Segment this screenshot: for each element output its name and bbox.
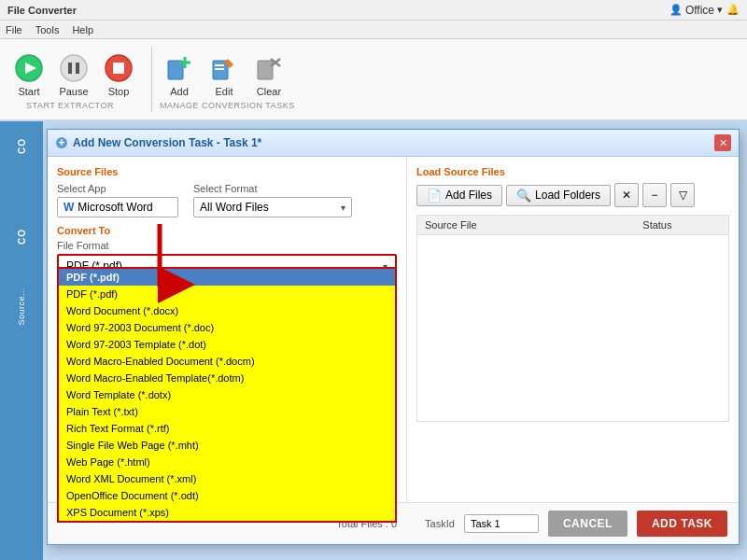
section2-label: MANAGE CONVERSION TASKS [160,101,295,110]
dropdown-option-0[interactable]: PDF (*.pdf) [59,269,395,286]
svg-rect-14 [258,61,273,79]
add-files-label: Add Files [445,189,492,202]
dropdown-option-9[interactable]: Rich Text Format (*.rtf) [59,420,395,437]
stop-label: Stop [108,86,130,97]
menu-tools[interactable]: Tools [35,24,60,35]
task-id-label: TaskId [425,518,455,529]
format-select-box[interactable]: All Word Files ▾ [193,197,352,217]
select-format-sublabel: Select Format [193,183,352,194]
select-app-sublabel: Select App [57,183,178,194]
remove-file-button[interactable]: ✕ [614,183,639,207]
files-table-body [417,235,729,422]
dropdown-options-list: PDF (*.pdf) PDF (*.pdf) Word Document (*… [57,267,397,523]
task-id-input[interactable] [464,514,539,533]
status-col-header: Status [635,216,728,235]
sidebar-source-label: Source... [15,282,28,331]
load-folders-icon: 🔍 [516,189,531,203]
svg-rect-3 [68,63,72,74]
add-label: Add [170,86,189,97]
dropdown-option-13[interactable]: OpenOffice Document (*.odt) [59,487,395,504]
menu-help[interactable]: Help [72,24,93,35]
dialog-titlebar: + Add New Conversion Task - Task 1* ✕ [48,130,739,157]
svg-rect-4 [76,63,79,74]
dropdown-option-1[interactable]: PDF (*.pdf) [59,286,395,302]
dropdown-option-10[interactable]: Single File Web Page (*.mht) [59,437,395,454]
svg-rect-6 [113,63,124,74]
edit-label: Edit [216,86,233,97]
section1-label: START EXTRACTOR [9,101,131,110]
dropdown-option-5[interactable]: Word Macro-Enabled Document (*.docm) [59,353,395,370]
svg-rect-12 [215,68,224,70]
dropdown-option-14[interactable]: XPS Document (*.xps) [59,504,395,521]
load-folders-button[interactable]: 🔍 Load Folders [506,185,611,206]
svg-text:+: + [59,136,65,149]
start-label: Start [18,86,39,97]
edit-button[interactable]: Edit [204,49,244,99]
chevron-down-icon: ▾ [341,203,345,213]
add-task-dialog: + Add New Conversion Task - Task 1* ✕ So… [47,129,740,545]
clear-button[interactable]: Clear [249,49,289,99]
dropdown-option-3[interactable]: Word 97-2003 Document (*.doc) [59,319,395,336]
files-table: Source File Status [416,215,729,422]
dropdown-option-8[interactable]: Plain Text (*.txt) [59,403,395,420]
format-value: All Word Files [200,201,269,214]
add-button[interactable]: Add [160,49,199,99]
dropdown-option-12[interactable]: Word XML Document (*.xml) [59,470,395,487]
dialog-close-button[interactable]: ✕ [714,134,731,151]
office-user: 👤 Office ▾ [669,4,723,17]
dropdown-option-6[interactable]: Word Macro-Enabled Template(*.dotm) [59,370,395,386]
add-task-button[interactable]: ADD TASK [637,511,727,537]
dialog-title: + Add New Conversion Task - Task 1* [55,136,261,149]
svg-rect-11 [215,64,224,66]
menu-file[interactable]: File [6,24,22,35]
start-button[interactable]: Start [9,49,49,99]
sidebar-co-label2: CO [15,219,29,254]
minus-icon: − [652,189,658,202]
dropdown-option-4[interactable]: Word 97-2003 Template (*.dot) [59,336,395,353]
app-select-box[interactable]: W Microsoft Word [57,197,178,217]
add-files-icon: 📄 [427,189,442,203]
pause-label: Pause [59,86,88,97]
convert-to-label: Convert To [57,225,397,236]
dropdown-option-11[interactable]: Web Page (*.html) [59,454,395,470]
filter-button[interactable]: ▽ [670,183,695,207]
clear-label: Clear [257,86,281,97]
stop-button[interactable]: Stop [99,49,138,99]
svg-point-2 [61,55,87,81]
dropdown-option-7[interactable]: Word Template (*.dotx) [59,386,395,403]
load-source-label: Load Source Files [416,166,729,177]
source-file-col-header: Source File [417,216,636,235]
filter-icon: ▽ [679,189,687,202]
source-files-label: Source Files [57,166,397,177]
pause-button[interactable]: Pause [54,49,93,99]
add-files-button[interactable]: 📄 Add Files [416,185,502,206]
app-title: File Converter [7,5,77,16]
cancel-button[interactable]: CANCEL [548,511,627,537]
dropdown-option-2[interactable]: Word Document (*.docx) [59,302,395,319]
file-format-label: File Format [57,240,397,251]
load-folders-label: Load Folders [535,189,600,202]
sidebar-co-label: CO [15,129,29,163]
remove-icon: ✕ [622,189,631,202]
minus-button[interactable]: − [642,183,667,207]
app-value: Microsoft Word [78,201,152,214]
